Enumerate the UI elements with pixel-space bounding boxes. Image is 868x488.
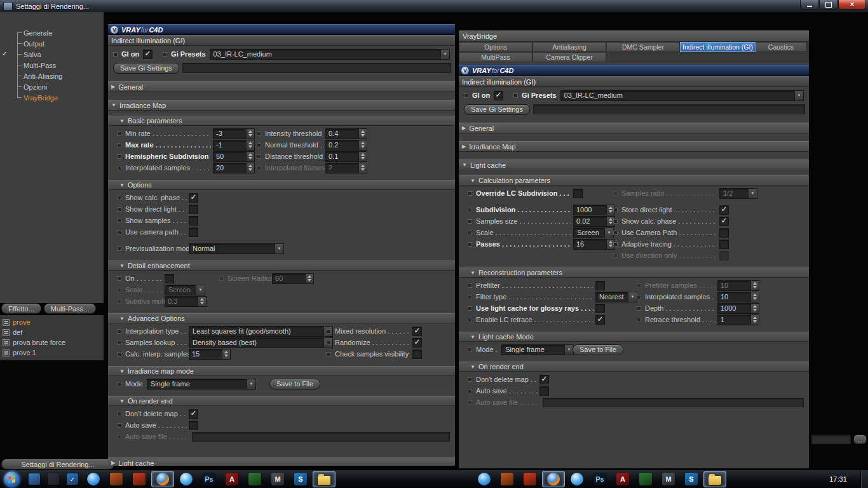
lp-gi-on-checkbox[interactable]: ✓ (143, 50, 153, 59)
spinner-arrows-icon[interactable] (246, 163, 254, 173)
spinner-arrows-icon[interactable] (750, 315, 759, 325)
spinner-arrows-icon[interactable] (222, 349, 230, 359)
lp-general-section-header[interactable]: ▶General (108, 81, 455, 92)
lp-save-to-file-button[interactable]: Save to File (269, 379, 320, 390)
preset-item-prove-1[interactable]: prove 1 (0, 348, 104, 358)
lp-don-t-delete-map-checkbox[interactable]: ✓ (189, 409, 198, 419)
rp-retrace-threshold-field[interactable]: 1 (717, 315, 759, 325)
sidebar-item-output[interactable]: Output (0, 38, 104, 49)
rp-mode-dropdown[interactable]: Single frame▼ (501, 344, 574, 355)
lp-show-calc-phase-checkbox[interactable]: ✓ (189, 193, 198, 203)
lp-on-checkbox[interactable] (165, 274, 174, 283)
rp-light-cache-section-header[interactable]: ▼Light cache (459, 159, 809, 170)
rp-prefilter-checkbox[interactable] (595, 281, 605, 290)
rp-reconstruction-parameters-subsection-header[interactable]: ▼Reconstruction parameters (459, 268, 809, 278)
lp-interpolation-type-dropdown[interactable]: Least squares fit (good/smooth)▼ (189, 326, 333, 337)
rp-gi-on-checkbox[interactable]: ✓ (494, 91, 503, 100)
rp-override-lc-subdivision-checkbox[interactable] (573, 189, 583, 198)
spinner-arrows-icon[interactable] (750, 292, 759, 302)
adobe-reader-icon[interactable]: A (221, 471, 243, 487)
rp-on-render-end-subsection-header[interactable]: ▼On render end (459, 362, 809, 372)
lp-randomize-checkbox[interactable]: ✓ (412, 338, 422, 348)
orange-app-icon[interactable] (128, 471, 150, 487)
firefox-icon[interactable] (542, 471, 565, 487)
lp-samples-lookup-dropdown[interactable]: Density based (best)▼ (189, 337, 333, 348)
m-app-icon[interactable]: M (658, 471, 679, 487)
internet-orb-icon[interactable] (175, 471, 197, 487)
rp-irradiance-map-section-header[interactable]: ▶Irradiance Map (459, 141, 809, 152)
lp-use-camera-path-checkbox[interactable] (189, 227, 198, 237)
tab-camera-clipper[interactable]: Camera Clipper (532, 52, 606, 62)
explorer-folder-icon[interactable] (313, 471, 336, 487)
lp-basic-parameters-subsection-header[interactable]: ▼Basic parameters (108, 116, 455, 126)
lp-mode-dropdown[interactable]: Single frame▼ (147, 379, 256, 390)
spinner-arrows-icon[interactable] (358, 140, 367, 150)
minimize-button[interactable] (800, 0, 818, 10)
lp-gi-presets-dropdown[interactable]: 03_IR-LC_medium ▼ (210, 49, 450, 60)
sidebar-item-salva[interactable]: ✓Salva (0, 49, 104, 60)
tab-options[interactable]: Options (459, 42, 532, 52)
close-button[interactable]: × (838, 0, 866, 10)
rp-use-camera-path-checkbox[interactable] (719, 228, 729, 238)
lp-detail-enhancement-subsection-header[interactable]: ▼Detail enhancement (108, 261, 455, 271)
rp-general-section-header[interactable]: ▶General (459, 123, 809, 133)
lp-min-rate-field[interactable]: -3 (213, 128, 255, 139)
skype-icon[interactable]: S (290, 471, 311, 487)
lp-mixed-resolution-checkbox[interactable]: ✓ (412, 327, 422, 336)
skype-icon[interactable]: S (681, 471, 702, 487)
orange-app-icon[interactable] (519, 471, 541, 487)
lp-irradiance-map-section-header[interactable]: ▼Irradiance Map (108, 100, 455, 111)
lp-max-rate-field[interactable]: -1 (213, 140, 255, 151)
rp-calculation-parameters-subsection-header[interactable]: ▼Calculation parameters (459, 175, 809, 186)
lp-auto-save-checkbox[interactable] (189, 421, 198, 430)
browse-button[interactable]: ... (853, 435, 867, 444)
lp-previsualization-mode-dropdown[interactable]: Normal▼ (189, 243, 284, 254)
render-settings-button[interactable]: Settaggi di Rendering... (1, 459, 114, 470)
rp-don-t-delete-map-checkbox[interactable]: ✓ (539, 375, 549, 384)
sidebar-item-anti-aliasing[interactable]: Anti-Aliasing (0, 71, 104, 81)
lp-interpolated-samples-field[interactable]: 20 (213, 163, 255, 173)
lp-calc-interp-samples-field[interactable]: 15 (189, 349, 231, 360)
adobe-reader-icon[interactable]: A (612, 471, 634, 487)
effect-button[interactable]: Effetto... (1, 303, 41, 314)
lp-distance-threshold-field[interactable]: 0.1 (325, 151, 367, 162)
rp-filter-type-dropdown[interactable]: Nearest▼ (595, 292, 637, 302)
explorer-folder-icon[interactable] (703, 471, 726, 487)
preset-item-prova-brute-force[interactable]: prova brute force (0, 337, 104, 348)
sidebar-item-vraybridge[interactable]: VrayBridge (0, 92, 104, 103)
rp-gi-presets-dropdown[interactable]: 03_IR-LC_medium ▼ (560, 90, 804, 101)
update-check-icon[interactable]: ✓ (63, 471, 82, 487)
lp-show-samples-checkbox[interactable] (189, 216, 198, 226)
spinner-arrows-icon[interactable] (358, 129, 367, 139)
photoshop-icon[interactable]: Ps (589, 471, 611, 487)
preset-item-prove[interactable]: prove (0, 317, 104, 327)
lp-normal-threshold-field[interactable]: 0.2 (325, 140, 367, 151)
window-titlebar[interactable]: Settaggi di Rendering... × (0, 0, 868, 12)
maximize-button[interactable] (819, 0, 837, 10)
lp-check-samples-visibility-checkbox[interactable] (412, 349, 422, 359)
lp-intensity-threshold-field[interactable]: 0.4 (325, 128, 367, 139)
rp-use-light-cache-for-glossy-rays-checkbox[interactable] (595, 304, 605, 313)
spinner-arrows-icon[interactable] (246, 129, 254, 139)
rp-samples-size-field[interactable]: 0.02 (573, 216, 615, 227)
lp-light-cache-section-header[interactable]: ▶Light cache (108, 458, 455, 466)
lp-save-gi-settings-button[interactable]: Save Gi Settings (113, 63, 179, 74)
show-desktop-button[interactable] (860, 470, 868, 488)
sidebar-item-opzioni[interactable]: Opzioni (0, 81, 104, 92)
rp-auto-save-checkbox[interactable] (539, 386, 549, 396)
internet-orb-icon[interactable] (566, 471, 588, 487)
photoshop-icon[interactable]: Ps (198, 471, 220, 487)
rp-enable-lc-retrace-checkbox[interactable]: ✓ (595, 315, 605, 325)
lp-show-direct-light-checkbox[interactable] (189, 205, 198, 214)
spinner-arrows-icon[interactable] (246, 152, 254, 161)
tab-dmc-sampler[interactable]: DMC Sampler (606, 42, 680, 52)
flame-app-icon[interactable] (496, 471, 518, 487)
sidebar-item-multi-pass[interactable]: Multi-Pass (0, 60, 104, 71)
rp-store-direct-light-checkbox[interactable]: ✓ (719, 205, 729, 215)
start-button[interactable] (4, 471, 20, 487)
rp-light-cache-mode-subsection-header[interactable]: ▼Light cache Mode (459, 332, 809, 342)
sidebar-item-generale[interactable]: Generale (0, 27, 104, 38)
tab-indirect-illumination-gi[interactable]: Indirect illumination (GI) (680, 42, 756, 52)
lp-options-subsection-header[interactable]: ▼Options (108, 180, 455, 190)
spinner-arrows-icon[interactable] (358, 152, 367, 161)
